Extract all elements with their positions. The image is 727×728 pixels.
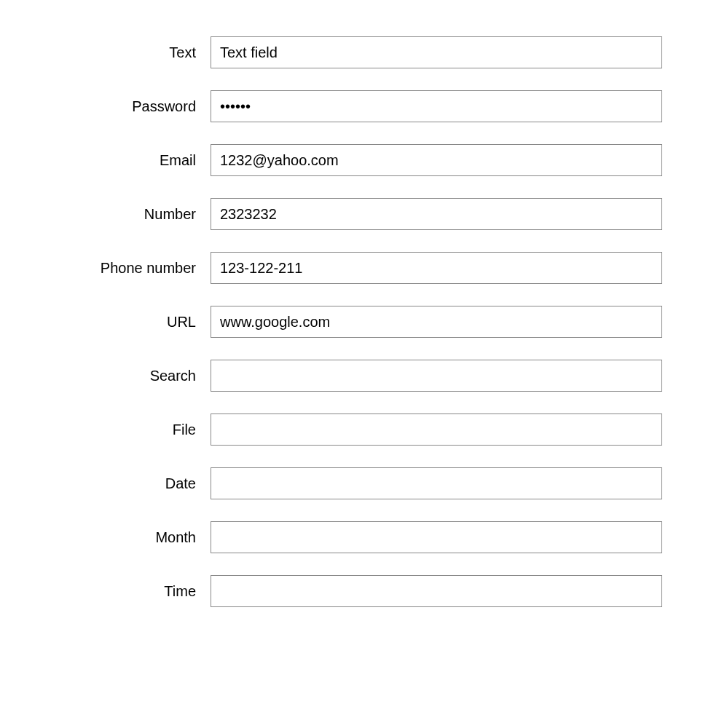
text-label: Text	[65, 44, 211, 61]
month-input[interactable]	[211, 521, 662, 553]
file-label: File	[65, 422, 211, 438]
form-container: Text Password Email Number Phone number …	[65, 36, 662, 607]
phone-input[interactable]	[211, 252, 662, 284]
file-input[interactable]	[211, 414, 662, 446]
email-label: Email	[65, 152, 211, 169]
url-label: URL	[65, 314, 211, 331]
password-label: Password	[65, 98, 211, 115]
form-row-time: Time	[65, 575, 662, 607]
form-row-email: Email	[65, 144, 662, 176]
form-row-file: File	[65, 414, 662, 446]
search-label: Search	[65, 368, 211, 384]
form-row-url: URL	[65, 306, 662, 338]
date-input[interactable]	[211, 467, 662, 499]
email-input[interactable]	[211, 144, 662, 176]
form-row-phone: Phone number	[65, 252, 662, 284]
password-input[interactable]	[211, 90, 662, 122]
search-input[interactable]	[211, 360, 662, 392]
form-row-search: Search	[65, 360, 662, 392]
phone-label: Phone number	[65, 260, 211, 277]
time-label: Time	[65, 583, 211, 600]
form-row-date: Date	[65, 467, 662, 499]
form-row-text: Text	[65, 36, 662, 68]
text-input[interactable]	[211, 36, 662, 68]
date-label: Date	[65, 475, 211, 492]
time-input[interactable]	[211, 575, 662, 607]
number-input[interactable]	[211, 198, 662, 230]
url-input[interactable]	[211, 306, 662, 338]
form-row-password: Password	[65, 90, 662, 122]
form-row-number: Number	[65, 198, 662, 230]
number-label: Number	[65, 206, 211, 223]
month-label: Month	[65, 529, 211, 546]
form-row-month: Month	[65, 521, 662, 553]
